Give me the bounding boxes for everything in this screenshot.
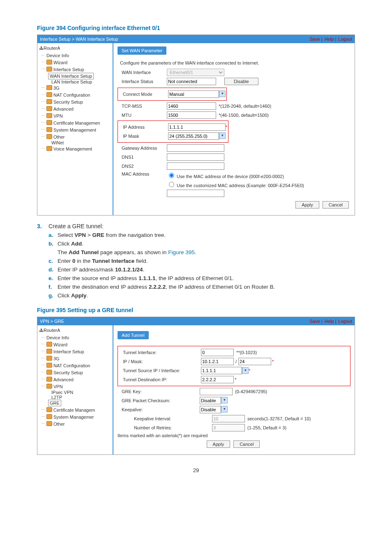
nav-security[interactable]: Security Setup [39, 98, 111, 105]
tunnel-source-label: Tunnel Source IP / Interface: [119, 368, 201, 373]
nav-vpn[interactable]: VPN [39, 383, 111, 390]
breadcrumb-2: VPN > GRE [40, 317, 64, 325]
save-link[interactable]: Save [310, 37, 320, 42]
nav-other[interactable]: Other [39, 420, 111, 427]
chevron-down-icon[interactable]: ▾ [219, 132, 226, 139]
nav-3g[interactable]: 3G [39, 355, 111, 362]
nav-cert[interactable]: Certificate Managem [39, 406, 111, 413]
chevron-down-icon[interactable]: ▾ [242, 367, 249, 374]
mtu-label: MTU [118, 113, 167, 118]
grekey-input[interactable] [200, 388, 233, 395]
substep-b: b.Click Add. The Add Tunnel page appears… [48, 241, 355, 255]
nav-interface-setup[interactable]: Interface Setup [39, 348, 111, 355]
interface-status-field [167, 78, 216, 85]
tab-add-tunnel[interactable]: Add Tunnel [118, 331, 149, 339]
chevron-down-icon[interactable]: ▾ [219, 90, 226, 97]
nav-security[interactable]: Security Setup [39, 369, 111, 376]
substep-g: g.Click Apply. [48, 292, 355, 299]
cancel-button[interactable]: Cancel [323, 201, 349, 209]
mac-label: MAC Address [118, 171, 167, 176]
nav-gre[interactable]: GRE [48, 400, 61, 406]
help-link[interactable]: Help [325, 319, 334, 324]
tunnel-interface-input[interactable] [201, 349, 234, 356]
checksum-select[interactable] [200, 397, 221, 404]
dns1-input[interactable] [167, 153, 224, 161]
nav-lan-interface-setup[interactable]: LAN Interface Setup [39, 79, 111, 84]
nav-voice[interactable]: Voice Management [39, 145, 111, 152]
keepalive-label: Keepalive: [118, 407, 200, 412]
ipmask-label: IP / Mask: [119, 359, 201, 364]
nav-interface-setup[interactable]: Interface Setup [39, 66, 111, 73]
substep-list: a.Select VPN > GRE from the navigation t… [37, 232, 355, 299]
nav-tree-2: 🖧RouterA Device Info Wizard Interface Se… [37, 325, 113, 454]
tcpmss-hint: *(128-2048, default=1460) [219, 104, 271, 109]
wan-interface-select[interactable]: Ethernet0/1 [167, 69, 224, 76]
substep-a: a.Select VPN > GRE from the navigation t… [48, 232, 355, 238]
ipmask-ip-input[interactable] [201, 358, 234, 365]
content-pane-2: Add Tunnel Tunnel Interface: **(0-1023) … [113, 325, 355, 454]
mac-device-radio[interactable] [169, 173, 174, 178]
nav-wizard[interactable]: Wizard [39, 341, 111, 348]
gateway-input[interactable] [167, 144, 224, 152]
chevron-down-icon[interactable]: ▾ [221, 406, 228, 412]
save-link[interactable]: Save [310, 319, 320, 324]
substep-d: d.Enter IP address/mask 10.1.2.1/24. [48, 266, 355, 273]
apply-button[interactable]: Apply [295, 201, 319, 209]
logout-link[interactable]: Logout [338, 37, 352, 42]
help-link[interactable]: Help [325, 37, 334, 42]
ip-address-input[interactable] [168, 123, 226, 131]
tcpmss-label: TCP-MSS [118, 104, 167, 109]
figure-394-screenshot: Interface Setup > WAN Interface Setup Sa… [37, 35, 355, 216]
nav-vpn[interactable]: VPN [39, 112, 111, 119]
dns2-input[interactable] [167, 162, 224, 170]
figure-395-screenshot: VPN > GRE Save | Help | Logout 🖧RouterA … [37, 317, 355, 455]
figure-395-link[interactable]: Figure 395 [168, 249, 195, 255]
tunnel-source-input[interactable] [201, 367, 242, 374]
nav-advanced[interactable]: Advanced [39, 376, 111, 383]
apply-button[interactable]: Apply [207, 440, 231, 448]
nav-3g[interactable]: 3G [39, 84, 111, 91]
tab-set-wan[interactable]: Set WAN Parameter [118, 46, 166, 55]
chevron-down-icon[interactable]: ▾ [221, 397, 228, 403]
tunnel-dest-input[interactable] [201, 376, 234, 383]
ipmask-mask-input[interactable] [238, 358, 271, 365]
nav-sysmgmt[interactable]: System Management [39, 126, 111, 133]
nav-l2tp[interactable]: L2TP [39, 395, 111, 400]
dns1-label: DNS1 [118, 155, 167, 160]
nav-nat[interactable]: NAT Configuration [39, 91, 111, 98]
device-node[interactable]: 🖧RouterA [39, 46, 111, 51]
nav-sysmgmt[interactable]: System Managemer [39, 413, 111, 420]
interface-status-label: Interface Status [118, 79, 167, 84]
dns2-label: DNS2 [118, 164, 167, 169]
tcpmss-input[interactable] [167, 102, 216, 110]
mac-device-text: Use the MAC address of the device (000f-… [177, 174, 284, 179]
tunnel-interface-hint: **(0-1023) [236, 350, 257, 355]
nav-advanced[interactable]: Advanced [39, 105, 111, 112]
substep-f: f.Enter the destination end IP address 2… [48, 284, 355, 290]
nav-winet[interactable]: WiNet [39, 140, 111, 145]
connect-mode-select[interactable] [168, 90, 219, 98]
nav-device-info[interactable]: Device Info [39, 52, 111, 59]
nav-other[interactable]: Other [39, 133, 111, 140]
nav-ipsec[interactable]: IPsec VPN [39, 390, 111, 395]
nav-nat[interactable]: NAT Configuration [39, 362, 111, 369]
mtu-hint: *(46-1500, default=1500) [219, 113, 269, 118]
logout-link[interactable]: Logout [338, 319, 352, 324]
ip-mask-label: IP Mask [119, 134, 168, 139]
cancel-button[interactable]: Cancel [233, 440, 260, 448]
device-node-2[interactable]: 🖧RouterA [39, 328, 111, 333]
keepalive-interval-hint: seconds(1-32767, Default = 10) [247, 416, 311, 421]
keepalive-select[interactable] [200, 406, 221, 413]
ip-mask-select[interactable] [168, 132, 219, 140]
nav-wizard[interactable]: Wizard [39, 59, 111, 66]
figure-394-title: Figure 394 Configuring interface Etherne… [37, 25, 355, 31]
nav-device-info[interactable]: Device Info [39, 334, 111, 341]
mac-custom-input[interactable] [167, 190, 224, 197]
mtu-input[interactable] [167, 111, 216, 119]
nav-cert[interactable]: Certificate Managemen [39, 119, 111, 126]
disable-button[interactable]: Disable [224, 78, 258, 85]
wan-interface-label: WAN Interface [118, 70, 167, 75]
tunnel-dest-label: Tunnel Destination IP: [119, 377, 201, 382]
nav-wan-interface-setup[interactable]: WAN Interface Setup [48, 73, 94, 79]
mac-custom-radio[interactable] [169, 182, 174, 187]
